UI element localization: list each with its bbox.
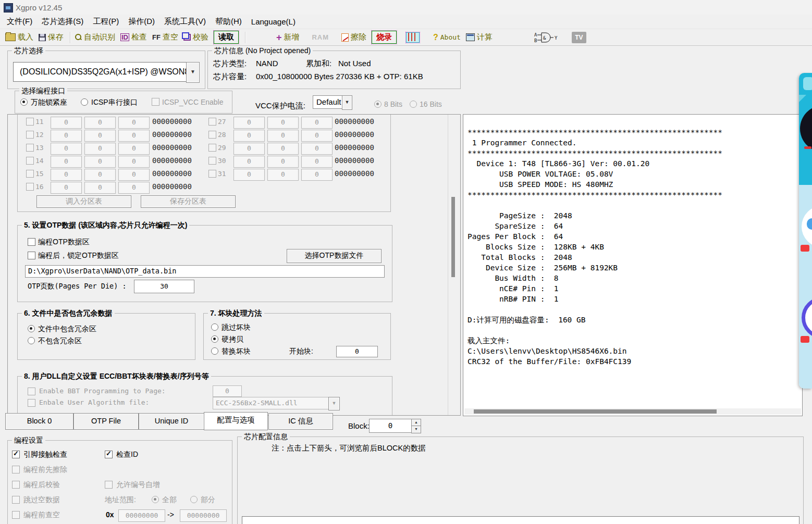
tab-3[interactable]: 配置与选项: [204, 412, 268, 430]
otp-program-checkbox[interactable]: [28, 238, 35, 246]
calculator-icon: [466, 33, 475, 41]
check-id-button[interactable]: ID 检查: [120, 32, 147, 42]
menu-item-6[interactable]: Language(L): [247, 16, 300, 28]
exclude-redundant-radio[interactable]: [28, 337, 35, 344]
menu-item-5[interactable]: 帮助(H): [211, 15, 247, 28]
partition-field: 0: [301, 130, 333, 142]
about-button[interactable]: ? About: [433, 33, 461, 42]
auto-detect-button[interactable]: 自动识别: [75, 32, 115, 42]
tab-1[interactable]: OTP File: [73, 413, 139, 430]
verify-button[interactable]: 校验: [183, 32, 208, 42]
menu-item-2[interactable]: 工程(P): [88, 15, 124, 28]
load-button[interactable]: 载入: [5, 32, 33, 42]
calc-button[interactable]: 计算: [466, 32, 493, 42]
app-icon: [4, 3, 13, 13]
blank-before-checkbox: [12, 511, 20, 519]
otp-lock-checkbox[interactable]: [28, 252, 35, 259]
partition-row-checkbox: [26, 183, 34, 191]
tv-button[interactable]: TV: [572, 32, 586, 43]
cloud-app-icon[interactable]: [802, 206, 812, 247]
save-button[interactable]: 保存: [39, 32, 64, 42]
chip-icon[interactable]: [406, 32, 420, 43]
erase-icon: [341, 33, 349, 42]
read-button[interactable]: 读取: [214, 31, 239, 44]
xgpro-window: Xgpro v12.45 文件(F)芯片选择(S)工程(P)操作(D)系统工具(…: [0, 0, 812, 524]
partition-row-checkbox: [208, 157, 216, 165]
pin-check-checkbox[interactable]: [12, 451, 20, 458]
chip-select-dropdown-button[interactable]: ▼: [186, 62, 200, 83]
tab-4[interactable]: IC 信息: [268, 413, 333, 430]
side-dock-body: [799, 185, 812, 389]
toolbar-separator: [70, 32, 71, 43]
partition-hex-value: 000000000: [335, 117, 374, 126]
notification-badge: [801, 336, 809, 343]
chip-info-group: 芯片信息 (No Project opened) 芯片类型: NAND 累加和:…: [207, 51, 461, 89]
verify-icon: [183, 34, 191, 41]
skip-blank-label: 跳过空数据: [23, 495, 60, 505]
addr-all-radio: [152, 496, 159, 503]
vcc-combobox[interactable]: Default: [313, 95, 346, 109]
socket-label: 万能锁紧座: [31, 98, 67, 107]
chip-select-combobox[interactable]: (DOSILICON)DS35Q2GA(x1+ISP) @WSON8: [13, 62, 189, 82]
bbt-label: Enable BBT Programming to Page:: [39, 387, 166, 395]
vertical-scrollbar[interactable]: [448, 115, 460, 415]
settings-scroll-panel: 11 0 0 0 000000000 12 0 0 0 000000000 13…: [7, 114, 461, 416]
partition-hex-value: 000000000: [152, 182, 192, 191]
partition-row-number: 27: [218, 118, 226, 126]
capacity-value: 0x00_10800000 Bytes 270336 KB + OTP: 61K…: [256, 72, 423, 81]
partition-row: 29 0 0 0 000000000: [8, 143, 460, 155]
otp-file-path-input[interactable]: D:\Xgpro\UserData\NAND\OTP_data.bin: [25, 265, 385, 278]
bits16-label: 16 Bits: [420, 100, 442, 108]
dock-button-icon[interactable]: [803, 77, 812, 90]
svg-text:A: A: [534, 32, 537, 38]
ring-app-icon[interactable]: [802, 297, 812, 339]
partition-field: 0: [118, 182, 150, 194]
menu-item-3[interactable]: 操作(D): [124, 15, 159, 28]
addr-all-label: 全部: [162, 495, 177, 505]
partition-row-number: 31: [218, 170, 226, 178]
vertical-scrollbar-thumb[interactable]: [451, 197, 455, 277]
otp-pages-input[interactable]: 30: [134, 280, 194, 293]
console-horizontal-scrollbar[interactable]: [464, 408, 801, 415]
menu-item-0[interactable]: 文件(F): [2, 15, 37, 28]
ram-icon: RAM: [312, 33, 329, 41]
start-block-input[interactable]: 0: [336, 346, 378, 357]
menu-item-1[interactable]: 芯片选择(S): [37, 15, 88, 28]
socket-radio[interactable]: [20, 98, 28, 106]
add-button[interactable]: + 新增: [276, 32, 300, 42]
block-down-button[interactable]: ▼: [411, 426, 421, 433]
console-scrollbar-thumb[interactable]: [474, 409, 717, 414]
otp-pages-label: OTP页数(Pages Per Die) :: [28, 282, 127, 291]
choose-otp-file-button[interactable]: 选择OTP数据文件: [287, 249, 382, 263]
vcc-dropdown-button[interactable]: ▼: [342, 95, 352, 110]
tab-0[interactable]: Block 0: [5, 413, 73, 430]
partition-field: 0: [301, 117, 333, 129]
block-label: Block:: [348, 421, 370, 430]
hard-copy-radio[interactable]: [211, 335, 218, 343]
menu-item-4[interactable]: 系统工具(V): [159, 15, 211, 28]
logic-gate-button[interactable]: A B & Y: [534, 31, 558, 44]
blank-check-button[interactable]: FF 查空: [152, 32, 178, 42]
erase-button[interactable]: 擦除: [341, 32, 366, 42]
partition-row-number: 30: [218, 157, 226, 165]
pin-check-label: 引脚接触检查: [23, 450, 67, 459]
log-console: ****************************************…: [463, 114, 803, 416]
block-spinner-input[interactable]: 0: [369, 419, 412, 433]
bits16-radio: [410, 101, 417, 108]
skip-bad-block-radio[interactable]: [211, 323, 218, 331]
check-id-checkbox[interactable]: [105, 451, 113, 458]
avatar-icon[interactable]: [800, 105, 812, 152]
addr-part-radio: [190, 496, 198, 503]
notification-badge: [801, 245, 809, 252]
menu-bar: 文件(F)芯片选择(S)工程(P)操作(D)系统工具(V)帮助(H)Langua…: [0, 15, 812, 29]
icsp-radio[interactable]: [81, 98, 88, 106]
replace-bad-block-radio[interactable]: [211, 347, 218, 355]
side-dock-panel[interactable]: [799, 73, 812, 389]
tab-2[interactable]: Unique ID: [139, 413, 204, 430]
burn-button[interactable]: 烧录: [372, 31, 397, 44]
include-redundant-radio[interactable]: [28, 325, 35, 332]
partition-field: 0: [51, 182, 82, 194]
partition-field: 0: [301, 156, 333, 168]
user-algo-checkbox: [28, 399, 35, 407]
console-text: ****************************************…: [463, 115, 802, 367]
